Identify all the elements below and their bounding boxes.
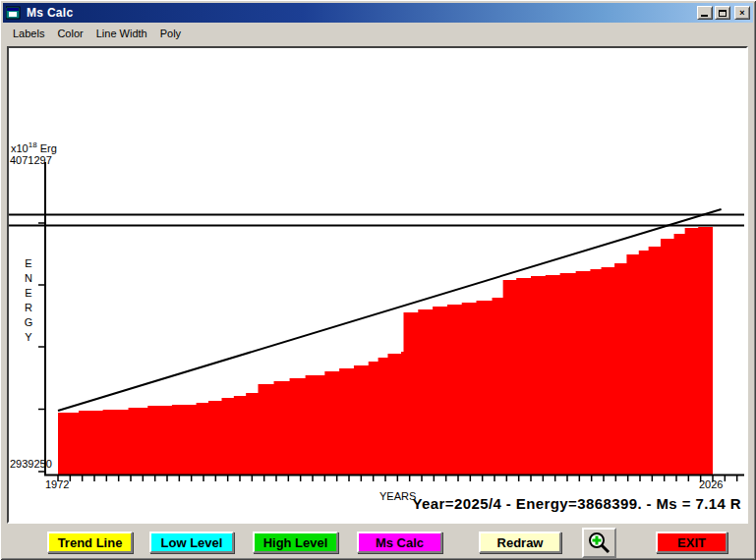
app-icon	[6, 6, 22, 20]
zoom-button[interactable]	[582, 528, 616, 558]
title-bar[interactable]: Ms Calc ×	[3, 3, 753, 23]
chart-panel: x1018 Erg 4071297 ENERGY 2939250 1972 20…	[7, 46, 748, 524]
trend-line-button[interactable]: Trend Line	[47, 532, 133, 553]
x-axis-max-label: 2026	[699, 478, 723, 490]
y-axis-unit-label: x1018 Erg	[11, 140, 57, 154]
chart-canvas[interactable]	[9, 48, 746, 522]
ms-calc-button[interactable]: Ms Calc	[357, 532, 442, 553]
minimize-icon	[701, 15, 708, 17]
menu-line-width[interactable]: Line Width	[92, 26, 156, 41]
high-level-button[interactable]: High Level	[253, 532, 338, 553]
menu-color[interactable]: Color	[53, 26, 91, 41]
y-axis-min-label: 2939250	[10, 458, 52, 470]
x-axis-min-label: 1972	[45, 478, 69, 490]
status-readout: Year=2025/4 - Energy=3868399. - Ms = 7.1…	[413, 495, 742, 512]
magnifier-plus-icon	[587, 531, 612, 556]
maximize-button[interactable]	[715, 6, 730, 20]
redraw-button[interactable]: Redraw	[479, 532, 561, 553]
exit-button[interactable]: EXIT	[656, 532, 727, 553]
minimize-button[interactable]	[697, 6, 713, 20]
y-axis-title: ENERGY	[24, 256, 33, 345]
window-title: Ms Calc	[27, 6, 73, 20]
y-axis-max-label: 4071297	[10, 154, 52, 166]
close-icon: ×	[739, 8, 744, 18]
menu-labels[interactable]: Labels	[9, 26, 53, 41]
close-button[interactable]: ×	[734, 6, 750, 20]
menu-poly[interactable]: Poly	[156, 26, 190, 41]
low-level-button[interactable]: Low Level	[149, 532, 234, 553]
menu-bar: Labels Color Line Width Poly	[3, 24, 753, 43]
app-window: Ms Calc × Labels Color Line Width Poly x…	[0, 0, 756, 560]
maximize-icon	[719, 10, 727, 17]
x-axis-title: YEARS	[379, 490, 416, 502]
